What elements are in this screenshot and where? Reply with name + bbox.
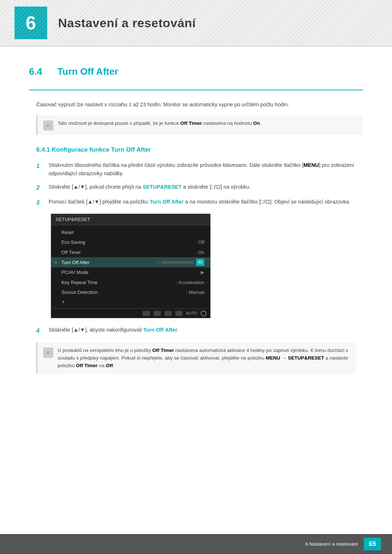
body-paragraph: Časovač vypnutí lze nastavit v rozsahu 1… xyxy=(36,100,363,109)
osd-slider-container: : 4h xyxy=(158,259,204,266)
note1-text-after: nastavena na hodnotu xyxy=(202,120,253,126)
note2-highlight5: Off xyxy=(106,363,113,368)
step-4: 4 Stiskněte [▲/▼], abyste nakonfiguroval… xyxy=(36,326,363,335)
osd-slider-label: 4h xyxy=(196,259,204,266)
osd-ctrl-auto-label: AUTO xyxy=(186,310,197,316)
osd-ctrl-minus xyxy=(154,311,161,316)
note1-text-end: . xyxy=(260,120,261,126)
osd-ctrl-left xyxy=(143,311,150,316)
note-text-2: U produktů na evropském trhu je u položk… xyxy=(58,347,350,370)
note1-highlight1: Off Timer xyxy=(180,120,202,126)
osd-label-reset: Reset xyxy=(61,229,204,236)
step-2: 2 Stiskněte [▲/▼], pokud chcete přejít n… xyxy=(36,183,363,193)
steps-list: 1 Stisknutím libovolného tlačítka na pře… xyxy=(36,161,363,208)
note-box-2: K U produktů na evropském trhu je u polo… xyxy=(36,342,356,374)
osd-menu: Reset Eco Saving : Off Off Timer : On ⚙ … xyxy=(51,225,210,309)
note2-highlight3: SETUP&RESET xyxy=(288,355,324,361)
osd-value-keyrepeat: : Acceleration xyxy=(176,279,204,286)
osd-ctrl-plus xyxy=(164,311,172,316)
osd-arrow-pcav: ▶ xyxy=(201,269,204,276)
osd-controls: AUTO xyxy=(51,308,210,318)
osd-screen: SETUP&RESET Reset Eco Saving : Off Off T… xyxy=(51,214,211,318)
page-footer: 6 Nastavení a resetování 65 xyxy=(0,534,392,554)
chapter-number: 6 xyxy=(26,9,36,37)
note2-highlight1: Off Timer xyxy=(152,348,174,353)
osd-down-arrow: ▼ xyxy=(61,299,65,305)
osd-ctrl-menu xyxy=(175,311,183,316)
osd-label-keyrepeat: Key Repeat Time xyxy=(61,279,176,286)
osd-item-keyrepeat: Key Repeat Time : Acceleration xyxy=(51,278,210,288)
step-4-number: 4 xyxy=(36,327,44,335)
osd-label-pcavmode: PC/AV Mode xyxy=(61,269,198,276)
step-4-text: Stiskněte [▲/▼], abyste nakonfigurovali … xyxy=(49,326,363,334)
osd-ctrl-power xyxy=(201,311,207,316)
step-1: 1 Stisknutím libovolného tlačítka na pře… xyxy=(36,161,363,178)
osd-gear-icon: ⚙ xyxy=(54,259,58,266)
osd-title: SETUP&RESET xyxy=(56,217,90,222)
osd-value-offtimer: : On xyxy=(195,249,204,256)
subsection-number: 6.4.1 xyxy=(36,146,50,153)
step-1-number: 1 xyxy=(36,161,44,171)
note-text-1: Tato možnost je dostupná pouze v případě… xyxy=(58,120,261,127)
footer-chapter-text: 6 Nastavení a resetování xyxy=(305,541,358,548)
note1-text-before: Tato možnost je dostupná pouze v případě… xyxy=(58,120,180,126)
note2-highlight4: Off Timer xyxy=(76,363,98,368)
section-number: 6.4 xyxy=(29,65,51,79)
osd-item-sourcedetection: Source Detection : Manual xyxy=(51,287,210,297)
section-divider xyxy=(29,90,363,90)
step-3-cyan: Turn Off After xyxy=(150,199,184,205)
chapter-header: 6 Nastavení a resetování xyxy=(0,0,392,46)
osd-item-offtimer: Off Timer : On xyxy=(51,247,210,258)
osd-label-sourcedetection: Source Detection xyxy=(61,289,186,296)
note2-highlight2: MENU xyxy=(266,355,280,361)
osd-slider-track xyxy=(161,261,194,264)
step-1-key: MENU xyxy=(303,162,319,168)
osd-item-ecosaving: Eco Saving : Off xyxy=(51,237,210,247)
step-1-text: Stisknutím libovolného tlačítka na předn… xyxy=(49,161,363,178)
osd-title-bar: SETUP&RESET xyxy=(51,214,210,225)
osd-item-reset: Reset xyxy=(51,227,210,238)
osd-value-turnoffafter: : 4h xyxy=(158,259,204,266)
note-box-1: K Tato možnost je dostupná pouze v přípa… xyxy=(36,115,363,135)
step-3-number: 3 xyxy=(36,198,44,208)
step-3-text: Pomocí tlačítek [▲/▼] přejděte na položk… xyxy=(49,198,363,206)
osd-container: SETUP&RESET Reset Eco Saving : Off Off T… xyxy=(51,214,211,318)
osd-value-ecosaving: : Off xyxy=(196,239,204,246)
note1-highlight2: On xyxy=(253,120,260,126)
chapter-number-box: 6 xyxy=(15,7,47,39)
footer-page-number: 65 xyxy=(364,538,381,550)
osd-value-sourcedetection: : Manual xyxy=(186,289,204,296)
osd-item-pcavmode: PC/AV Mode ▶ xyxy=(51,267,210,278)
section-title: Turn Off After xyxy=(57,65,118,79)
note-icon-1: K xyxy=(43,120,53,131)
step-3: 3 Pomocí tlačítek [▲/▼] přejděte na polo… xyxy=(36,198,363,208)
osd-item-downarrow: ▼ xyxy=(51,297,210,307)
osd-label-ecosaving: Eco Saving xyxy=(61,239,196,246)
step-4-cyan: Turn Off After xyxy=(143,327,177,333)
step-2-cyan: SETUP&RESET xyxy=(143,184,181,190)
subsection-title: Konfigurace funkce Turn Off After xyxy=(52,146,151,153)
osd-label-turnoffafter: Turn Off After xyxy=(61,259,158,266)
osd-item-turnoffafter: ⚙ Turn Off After : 4h xyxy=(51,257,210,267)
chapter-title: Nastavení a resetování xyxy=(58,14,196,32)
note-icon-2: K xyxy=(43,348,53,358)
subsection-heading: 6.4.1 Konfigurace funkce Turn Off After xyxy=(36,145,363,155)
osd-label-offtimer: Off Timer xyxy=(61,249,195,256)
step-2-text: Stiskněte [▲/▼], pokud chcete přejít na … xyxy=(49,183,363,191)
step-2-number: 2 xyxy=(36,183,44,193)
section-heading: 6.4 Turn Off After xyxy=(29,65,363,79)
main-content: 6.4 Turn Off After Časovač vypnutí lze n… xyxy=(0,46,392,403)
